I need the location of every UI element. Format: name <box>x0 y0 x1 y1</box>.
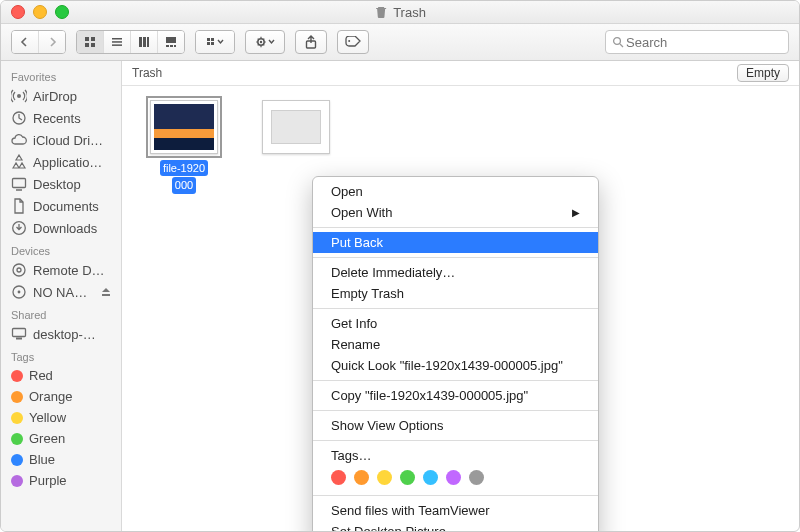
sidebar-item-disc[interactable]: NO NA… <box>1 281 121 303</box>
sidebar-item-icloud[interactable]: iCloud Dri… <box>1 129 121 151</box>
menu-item[interactable]: Empty Trash <box>313 283 598 304</box>
sidebar-tag-red[interactable]: Red <box>1 365 121 386</box>
svg-rect-0 <box>85 37 89 41</box>
menu-item[interactable]: Get Info <box>313 313 598 334</box>
tag-color-swatch[interactable] <box>423 470 438 485</box>
menu-item-label: Quick Look "file-1920x1439-000005.jpg" <box>331 358 563 373</box>
view-switcher <box>76 30 185 54</box>
svg-rect-15 <box>211 38 214 41</box>
menu-item[interactable]: Send files with TeamViewer <box>313 500 598 521</box>
sidebar-item-label: desktop-… <box>33 327 96 342</box>
window-title-text: Trash <box>393 5 426 20</box>
titlebar: Trash <box>1 1 799 24</box>
svg-point-23 <box>17 94 21 98</box>
svg-rect-14 <box>207 38 210 41</box>
sidebar-item-apps[interactable]: Applicatio… <box>1 151 121 173</box>
svg-rect-25 <box>13 179 26 188</box>
tag-color-swatch[interactable] <box>331 470 346 485</box>
gallery-view-button[interactable] <box>158 31 184 53</box>
close-window-button[interactable] <box>11 5 25 19</box>
sidebar-item-label: AirDrop <box>33 89 77 104</box>
sidebar-item-recents[interactable]: Recents <box>1 107 121 129</box>
minimize-window-button[interactable] <box>33 5 47 19</box>
menu-item-label: Get Info <box>331 316 377 331</box>
eject-icon[interactable] <box>101 287 111 297</box>
desktop-icon <box>11 176 27 192</box>
tag-dot-icon <box>11 433 23 445</box>
menu-item[interactable]: Put Back <box>313 232 598 253</box>
zoom-window-button[interactable] <box>55 5 69 19</box>
share-button[interactable] <box>295 30 327 54</box>
sidebar-item-mac[interactable]: desktop-… <box>1 323 121 345</box>
menu-item[interactable]: Quick Look "file-1920x1439-000005.jpg" <box>313 355 598 376</box>
column-view-button[interactable] <box>131 31 158 53</box>
tag-color-swatch[interactable] <box>469 470 484 485</box>
search-field[interactable] <box>605 30 789 54</box>
action-button[interactable] <box>245 30 285 54</box>
sidebar-item-label: Applicatio… <box>33 155 102 170</box>
menu-item[interactable]: Show View Options <box>313 415 598 436</box>
recents-icon <box>11 110 27 126</box>
tag-color-swatch[interactable] <box>446 470 461 485</box>
tag-color-swatch[interactable] <box>377 470 392 485</box>
back-button[interactable] <box>12 31 39 53</box>
menu-item[interactable]: Copy "file-1920x1439-000005.jpg" <box>313 385 598 406</box>
tag-color-swatch[interactable] <box>354 470 369 485</box>
menu-item-label: Show View Options <box>331 418 444 433</box>
menu-item[interactable]: Open <box>313 181 598 202</box>
apps-icon <box>11 154 27 170</box>
search-input[interactable] <box>624 34 782 51</box>
tag-dot-icon <box>11 391 23 403</box>
sidebar-item-label: Purple <box>29 473 67 488</box>
menu-separator <box>313 308 598 309</box>
tags-button[interactable] <box>337 30 369 54</box>
empty-trash-button[interactable]: Empty <box>737 64 789 82</box>
menu-item[interactable]: Rename <box>313 334 598 355</box>
main-pane: Trash Empty file-1920000 OpenOpen With▶P… <box>122 61 799 532</box>
svg-rect-4 <box>112 38 122 40</box>
svg-rect-9 <box>147 37 149 47</box>
sidebar-item-remote[interactable]: Remote D… <box>1 259 121 281</box>
mac-icon <box>11 326 27 342</box>
sidebar-tag-green[interactable]: Green <box>1 428 121 449</box>
location-label: Trash <box>132 66 162 80</box>
sidebar-item-downloads[interactable]: Downloads <box>1 217 121 239</box>
svg-rect-8 <box>143 37 146 47</box>
downloads-icon <box>11 220 27 236</box>
svg-rect-31 <box>13 329 26 337</box>
icon-view-button[interactable] <box>77 31 104 53</box>
menu-item[interactable]: Tags… <box>313 445 598 466</box>
svg-rect-7 <box>139 37 142 47</box>
sidebar-tag-yellow[interactable]: Yellow <box>1 407 121 428</box>
svg-rect-1 <box>91 37 95 41</box>
sidebar-tag-blue[interactable]: Blue <box>1 449 121 470</box>
documents-icon <box>11 198 27 214</box>
sidebar-heading-shared: Shared <box>1 303 121 323</box>
menu-item[interactable]: Open With▶ <box>313 202 598 223</box>
forward-button[interactable] <box>39 31 65 53</box>
file-grid[interactable]: file-1920000 OpenOpen With▶Put BackDelet… <box>122 86 799 532</box>
file-item[interactable] <box>252 100 340 154</box>
sidebar-item-label: Downloads <box>33 221 97 236</box>
menu-item[interactable]: Delete Immediately… <box>313 262 598 283</box>
sidebar-tag-purple[interactable]: Purple <box>1 470 121 491</box>
sidebar-item-desktop[interactable]: Desktop <box>1 173 121 195</box>
tag-color-swatch[interactable] <box>400 470 415 485</box>
svg-rect-10 <box>166 37 176 43</box>
file-name-label: 000 <box>172 177 196 193</box>
svg-point-30 <box>18 291 21 294</box>
sidebar-item-documents[interactable]: Documents <box>1 195 121 217</box>
context-menu: OpenOpen With▶Put BackDelete Immediately… <box>312 176 599 532</box>
arrange-button[interactable] <box>196 31 234 53</box>
sidebar-tag-orange[interactable]: Orange <box>1 386 121 407</box>
sidebar-item-airdrop[interactable]: AirDrop <box>1 85 121 107</box>
menu-item-label: Send files with TeamViewer <box>331 503 490 518</box>
list-view-button[interactable] <box>104 31 131 53</box>
arrange-group <box>195 30 235 54</box>
svg-point-21 <box>348 40 350 42</box>
sidebar-item-label: NO NA… <box>33 285 87 300</box>
menu-item[interactable]: Set Desktop Picture <box>313 521 598 532</box>
nav-buttons <box>11 30 66 54</box>
menu-item-label: Delete Immediately… <box>331 265 455 280</box>
file-item[interactable]: file-1920000 <box>140 100 228 194</box>
